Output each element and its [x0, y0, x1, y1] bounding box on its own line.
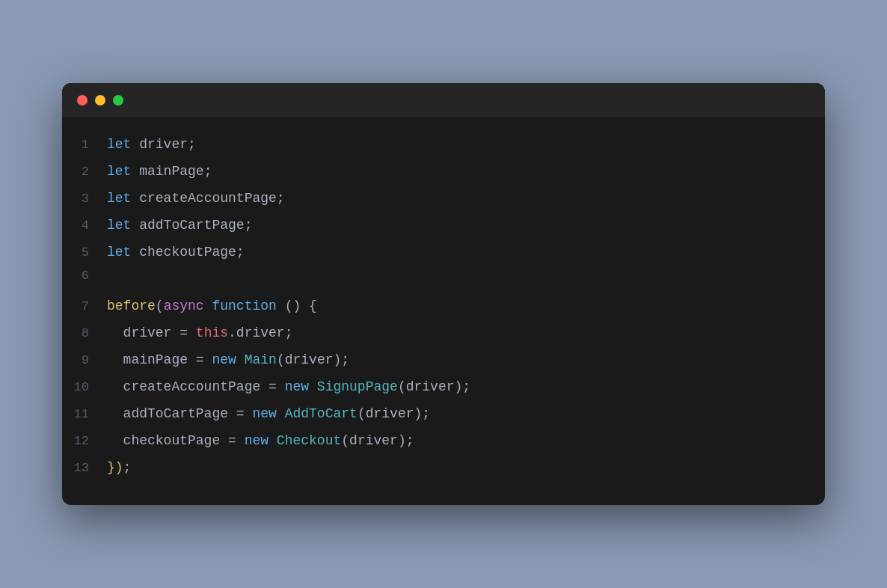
token-keyword: let: [107, 218, 139, 233]
code-window: 1let driver;2let mainPage;3let createAcc…: [62, 83, 825, 505]
token-keyword: let: [107, 164, 139, 179]
code-content: addToCartPage = new AddToCart(driver);: [107, 403, 430, 425]
token-punct: (: [156, 298, 164, 313]
token-plain: [204, 298, 212, 313]
token-punct: ;: [188, 137, 196, 152]
token-var: checkoutPage: [139, 245, 236, 260]
code-line: 8 driver = this.driver;: [62, 321, 825, 348]
token-punct: () {: [277, 298, 317, 313]
token-keyword: let: [107, 245, 139, 260]
line-number: 1: [62, 138, 107, 152]
token-async: async: [164, 298, 204, 313]
code-line: 13});: [62, 456, 825, 483]
code-line: 6: [62, 267, 825, 294]
line-number: 9: [62, 353, 107, 367]
token-punct: ;: [277, 191, 285, 206]
minimize-button[interactable]: [95, 95, 105, 105]
token-var: (driver): [398, 379, 462, 394]
code-line: 11 addToCartPage = new AddToCart(driver)…: [62, 402, 825, 429]
token-var: (driver): [341, 433, 405, 448]
token-var: checkoutPage: [107, 433, 220, 448]
token-function: function: [212, 298, 276, 313]
code-line: 4let addToCartPage;: [62, 213, 825, 240]
line-number: 12: [62, 434, 107, 448]
token-keyword: new: [285, 379, 317, 394]
token-fn-name: }): [107, 460, 123, 475]
token-punct: =: [188, 352, 212, 367]
token-class: Main: [245, 352, 277, 367]
line-number: 7: [62, 299, 107, 313]
code-content: checkoutPage = new Checkout(driver);: [107, 430, 414, 452]
code-line: 12 checkoutPage = new Checkout(driver);: [62, 429, 825, 456]
token-punct: ;: [341, 352, 349, 367]
token-keyword: let: [107, 191, 139, 206]
maximize-button[interactable]: [113, 95, 123, 105]
line-number: 13: [62, 461, 107, 475]
token-punct: ;: [462, 379, 470, 394]
code-content: let createAccountPage;: [107, 188, 285, 209]
code-content: });: [107, 457, 131, 479]
token-keyword: new: [252, 406, 284, 421]
code-editor: 1let driver;2let mainPage;3let createAcc…: [62, 117, 825, 505]
token-var: mainPage: [107, 352, 188, 367]
code-content: let addToCartPage;: [107, 215, 252, 236]
token-class: SignupPage: [317, 379, 398, 394]
token-var: addToCartPage: [139, 218, 244, 233]
token-punct: =: [228, 406, 252, 421]
token-var: addToCartPage: [107, 406, 228, 421]
code-line: 7before(async function () {: [62, 294, 825, 321]
token-punct: ;: [204, 164, 212, 179]
token-class: Checkout: [277, 433, 341, 448]
token-punct: ;: [123, 460, 132, 475]
line-number: 3: [62, 192, 107, 206]
token-var: .driver: [228, 325, 285, 340]
line-number: 10: [62, 380, 107, 394]
token-punct: ;: [285, 325, 293, 340]
token-keyword: let: [107, 137, 139, 152]
code-line: 9 mainPage = new Main(driver);: [62, 348, 825, 375]
code-line: 1let driver;: [62, 132, 825, 159]
close-button[interactable]: [77, 95, 88, 105]
token-var: createAccountPage: [107, 379, 260, 394]
token-var: (driver): [357, 406, 422, 421]
token-fn-name: before: [107, 298, 156, 313]
token-punct: ;: [245, 218, 253, 233]
token-punct: =: [220, 433, 244, 448]
code-content: before(async function () {: [107, 295, 317, 317]
line-number: 5: [62, 245, 107, 260]
token-var: driver: [139, 137, 188, 152]
code-line: 3let createAccountPage;: [62, 186, 825, 213]
code-content: let mainPage;: [107, 161, 212, 183]
code-content: driver = this.driver;: [107, 322, 292, 344]
line-number: 6: [62, 269, 107, 283]
code-content: let driver;: [107, 134, 196, 156]
line-number: 4: [62, 218, 107, 233]
line-number: 11: [62, 407, 107, 421]
token-keyword: new: [245, 433, 277, 448]
token-keyword: new: [212, 352, 244, 367]
code-line: 2let mainPage;: [62, 159, 825, 186]
code-content: createAccountPage = new SignupPage(drive…: [107, 376, 470, 398]
token-punct: ;: [236, 245, 245, 260]
code-content: let checkoutPage;: [107, 242, 245, 263]
token-punct: ;: [406, 433, 414, 448]
title-bar: [62, 83, 825, 117]
token-var: driver: [107, 325, 171, 340]
token-var: mainPage: [139, 164, 203, 179]
token-punct: =: [171, 325, 195, 340]
token-this: this: [196, 325, 228, 340]
code-line: 5let checkoutPage;: [62, 240, 825, 267]
token-punct: ;: [422, 406, 430, 421]
line-number: 2: [62, 165, 107, 179]
line-number: 8: [62, 326, 107, 340]
code-content: mainPage = new Main(driver);: [107, 349, 349, 371]
token-var: (driver): [277, 352, 341, 367]
token-punct: =: [260, 379, 284, 394]
token-var: createAccountPage: [139, 191, 277, 206]
code-line: 10 createAccountPage = new SignupPage(dr…: [62, 375, 825, 402]
token-class: AddToCart: [285, 406, 357, 421]
